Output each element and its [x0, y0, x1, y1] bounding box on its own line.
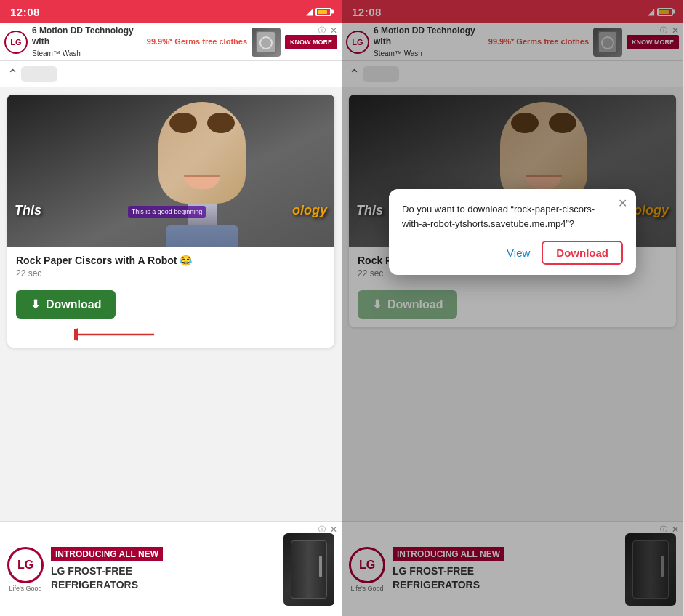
dialog-close-button[interactable]: ✕ [618, 196, 627, 210]
overlay-this-left: This [15, 203, 41, 218]
robot-head-left [158, 102, 246, 204]
fridge-handle-left [319, 556, 322, 577]
lg-big-logo-left: LG Life's Good [7, 547, 44, 592]
ad-banner-left: ⓘ ✕ LG 6 Motion DD Technology with Steam… [0, 23, 342, 61]
signal-icon-left: ◢ [306, 7, 313, 17]
bottom-ad-left: ⓘ ✕ LG Life's Good INTRODUCING ALL NEW L… [0, 521, 342, 616]
right-phone-screen: 12:08 ◢ ⓘ ✕ LG 6 Motion DD Technology wi… [342, 0, 683, 616]
left-phone-screen: 12:08 ◢ ⓘ ✕ LG 6 Motion DD Technology wi… [0, 0, 342, 616]
back-chevron-left[interactable]: ⌃ [7, 66, 18, 82]
dialog-view-button[interactable]: View [507, 247, 530, 259]
overlay-tech-left: ology [292, 203, 327, 218]
download-button-left[interactable]: ⬇ Download [16, 290, 116, 319]
product-name-left: LG FROST-FREE REFRIGERATORS [51, 564, 276, 591]
lg-logo-left: LG [4, 31, 28, 54]
ad-text-left: 6 Motion DD Technology with Steam™ Wash [32, 25, 142, 58]
status-time-left: 12:08 [10, 6, 40, 18]
video-overlay-left: This This is a good beginning ology [15, 203, 327, 218]
dialog-download-button[interactable]: Download [542, 241, 623, 265]
bottom-ad-content-left: INTRODUCING ALL NEW LG FROST-FREE REFRIG… [51, 547, 276, 591]
robot-mouth-left [184, 175, 220, 189]
video-info-left: Rock Paper Ciscors with A Robot 😂 22 sec [7, 247, 334, 290]
video-thumbnail-left[interactable]: This This is a good beginning ology [7, 95, 334, 247]
lg-big-circle-left: LG [7, 547, 44, 583]
caption-badge-left: This is a good beginning [128, 206, 206, 218]
know-more-button-left[interactable]: KNOW MORE [285, 35, 337, 49]
dialog-overlay: ✕ Do you want to download “rock-paper-ci… [342, 0, 683, 616]
nav-bar-left: ⌃ [0, 61, 342, 87]
ad-product-image-left [252, 28, 281, 57]
status-bar-left: 12:08 ◢ [0, 0, 342, 23]
robot-background-left: This This is a good beginning ology [7, 95, 334, 247]
video-duration-left: 22 sec [16, 268, 326, 279]
content-area-left: This This is a good beginning ology Rock… [0, 87, 342, 521]
tab-pill-left [21, 66, 57, 82]
video-card-left: This This is a good beginning ology Rock… [7, 95, 334, 348]
download-label-left: Download [46, 298, 101, 311]
introducing-text-left: INTRODUCING ALL NEW [51, 547, 163, 561]
battery-icon-left [315, 8, 331, 16]
ad-close-button-left[interactable]: ✕ [330, 25, 337, 36]
status-icons-left: ◢ [306, 7, 331, 17]
ad-germs-left: 99.9%* Germs free clothes [147, 36, 247, 47]
ad-info-button-left[interactable]: ⓘ [318, 25, 326, 36]
fridge-image-left [283, 533, 334, 606]
video-title-left: Rock Paper Ciscors with A Robot 😂 [16, 255, 326, 266]
download-dialog: ✕ Do you want to download “rock-paper-ci… [389, 189, 636, 275]
download-icon-left: ⬇ [31, 297, 40, 311]
red-arrow-left [74, 327, 161, 342]
fridge-door-left [291, 540, 327, 599]
dialog-actions: View Download [402, 241, 623, 265]
arrow-container-left [16, 327, 326, 342]
robot-face-left [151, 102, 253, 247]
lg-tagline-left: Life's Good [9, 585, 41, 592]
dialog-message: Do you want to download “rock-paper-cisc… [402, 202, 623, 231]
robot-body-left [166, 225, 238, 247]
lg-circle-left: LG [4, 31, 28, 54]
washer-shape-left [256, 31, 276, 54]
